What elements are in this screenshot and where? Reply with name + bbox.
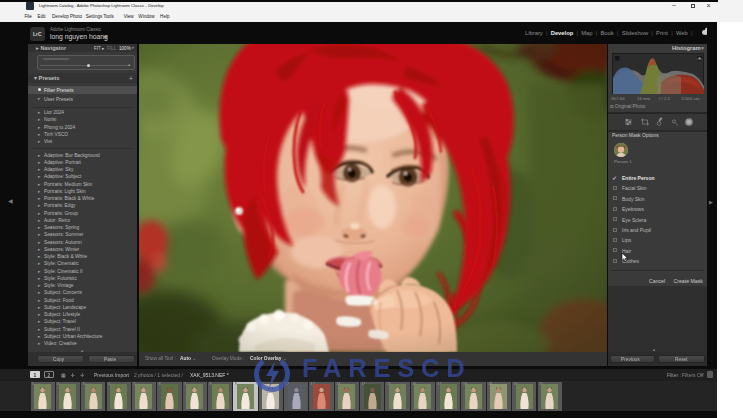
svg-text:FARESCD: FARESCD [302,354,471,382]
